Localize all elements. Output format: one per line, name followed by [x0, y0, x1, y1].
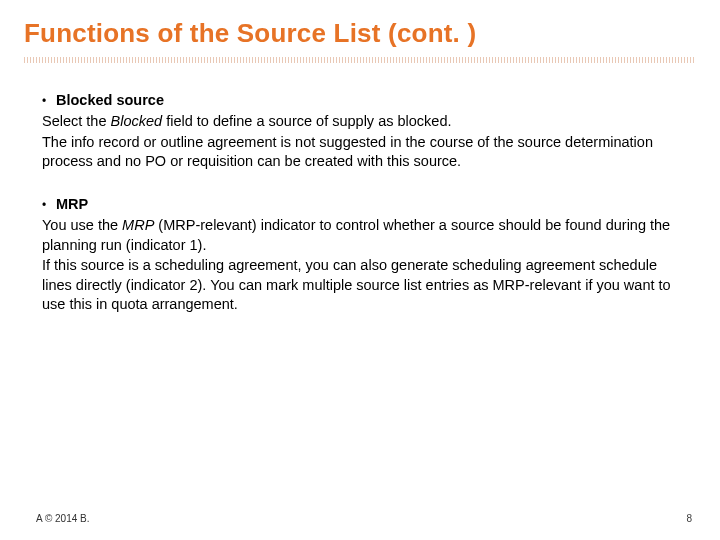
bullet-item: • Blocked source: [42, 91, 684, 111]
bullet-label: MRP: [56, 195, 88, 215]
paragraph: Select the Blocked field to define a sou…: [42, 112, 684, 132]
bullet-marker: •: [42, 92, 56, 111]
paragraph: If this source is a scheduling agreement…: [42, 256, 684, 315]
title-underline: [24, 57, 696, 63]
paragraph-text-pre: The info record or outline agreement is …: [42, 134, 653, 170]
paragraph-text-em: MRP: [122, 217, 154, 233]
bullet-label: Blocked source: [56, 91, 164, 111]
footer-left: A © 2014 B.: [36, 513, 90, 524]
paragraph-text-em: Blocked: [111, 113, 163, 129]
paragraph: You use the MRP (MRP-relevant) indicator…: [42, 216, 684, 255]
slide-content: • Blocked source Select the Blocked fiel…: [24, 91, 696, 315]
paragraph-text-pre: If this source is a scheduling agreement…: [42, 257, 671, 312]
footer: A © 2014 B. 8: [36, 513, 692, 524]
paragraph: The info record or outline agreement is …: [42, 133, 684, 172]
page-title: Functions of the Source List (cont. ): [24, 18, 696, 49]
bullet-marker: •: [42, 196, 56, 215]
page-number: 8: [686, 513, 692, 524]
paragraph-text-pre: You use the: [42, 217, 122, 233]
spacer: [42, 173, 684, 195]
slide: Functions of the Source List (cont. ) • …: [0, 0, 720, 540]
bullet-item: • MRP: [42, 195, 684, 215]
paragraph-text-post: field to define a source of supply as bl…: [162, 113, 451, 129]
paragraph-text-pre: Select the: [42, 113, 111, 129]
